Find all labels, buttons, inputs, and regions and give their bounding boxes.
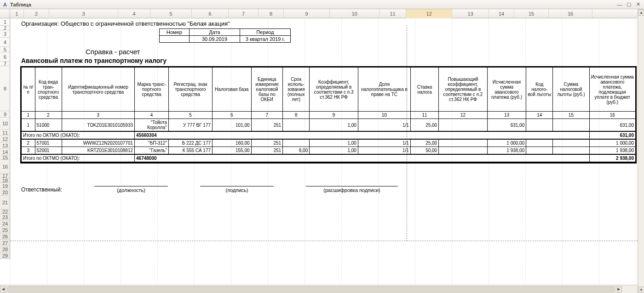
- close-button[interactable]: ✕: [634, 1, 642, 8]
- col-num: 9: [310, 112, 358, 119]
- col-head[interactable]: 11: [380, 9, 406, 18]
- row-head[interactable]: 29: [0, 253, 10, 259]
- col-head[interactable]: 5: [150, 9, 192, 18]
- col-head[interactable]: 8: [259, 9, 284, 18]
- sig-cap-position: (должность): [94, 187, 168, 193]
- col-head[interactable]: 10: [330, 9, 380, 18]
- row-head[interactable]: 24: [0, 220, 10, 227]
- table-row: 2 57001 WWWZ12N2020107701 "БП-312" Б 222…: [22, 139, 636, 147]
- col-header: Единица измерения налоговой базы по ОКЕИ: [251, 68, 283, 112]
- cell: 1: [22, 119, 35, 132]
- col-head[interactable]: 7: [229, 9, 259, 18]
- scroll-thumb[interactable]: [7, 286, 615, 293]
- cell: 2: [22, 139, 35, 147]
- cell: "Газель": [135, 147, 169, 155]
- row-head[interactable]: 12: [0, 136, 10, 142]
- row-head[interactable]: 2: [0, 26, 10, 30]
- row-head[interactable]: 26: [0, 233, 10, 240]
- scroll-down-button[interactable]: ▼: [638, 287, 644, 293]
- col-head[interactable]: 1: [10, 9, 24, 18]
- sheet[interactable]: Организация: Общество с ограниченной отв…: [10, 18, 638, 285]
- row-head[interactable]: 19: [0, 183, 10, 189]
- scroll-left-button[interactable]: ◀: [0, 286, 6, 293]
- cell: [553, 147, 589, 155]
- col-head[interactable]: 14: [489, 9, 514, 18]
- row-head[interactable]: 3: [0, 30, 10, 38]
- col-header: Коэффициент, определяемый в соответствии…: [310, 68, 358, 112]
- cell: [526, 147, 553, 155]
- col-header: Сумма налоговой льготы (руб.): [553, 68, 589, 112]
- cell: 631,00: [589, 119, 635, 132]
- col-head[interactable]: 3: [49, 9, 118, 18]
- col-head[interactable]: 16: [549, 9, 592, 18]
- cell: 51000: [35, 119, 62, 132]
- maximize-button[interactable]: ▢: [625, 1, 633, 8]
- cell: 52001: [35, 147, 62, 155]
- col-num: 6: [213, 112, 251, 119]
- col-header: Ставка налога: [410, 68, 438, 112]
- col-num: 11: [410, 112, 438, 119]
- row-head[interactable]: 25: [0, 227, 10, 233]
- row-head[interactable]: 7: [0, 62, 10, 66]
- hdr-number-label: Номер: [160, 29, 190, 36]
- row-head[interactable]: 18: [0, 178, 10, 183]
- cell: 1/1: [358, 119, 410, 132]
- scroll-up-button[interactable]: ▲: [638, 9, 644, 16]
- col-head[interactable]: 12: [406, 9, 452, 18]
- row-head[interactable]: 22: [0, 209, 10, 214]
- col-head[interactable]: 4: [118, 9, 150, 18]
- cell: [553, 119, 589, 132]
- cell: 3: [22, 147, 35, 155]
- cell: 160,00: [213, 139, 251, 147]
- scroll-right-button[interactable]: ▶: [615, 286, 622, 293]
- sig-line-position: [94, 179, 168, 186]
- col-head[interactable]: 9: [284, 9, 330, 18]
- col-head[interactable]: 6: [192, 9, 229, 18]
- col-head[interactable]: 13: [452, 9, 489, 18]
- minimize-button[interactable]: —: [615, 1, 624, 8]
- subtotal-row: Итого по ОКТМО (ОКАТО): 46748000 2 938,0…: [22, 154, 636, 162]
- col-head[interactable]: 15: [514, 9, 549, 18]
- sig-cap-signature: (подпись): [200, 187, 274, 193]
- responsible-label: Ответственный:: [21, 186, 62, 193]
- row-head[interactable]: 28: [0, 246, 10, 253]
- main-table: № п/п Код вида тран-спортного средства И…: [21, 67, 636, 163]
- row-head[interactable]: 9: [0, 111, 10, 118]
- cell: WWWZ12N2020107701: [62, 139, 134, 147]
- row-head[interactable]: 21: [0, 196, 10, 209]
- row-head[interactable]: 8: [0, 66, 10, 111]
- cell: 1 000,00: [589, 139, 635, 147]
- col-header: Идентификационный номер транспортного ср…: [62, 68, 134, 112]
- horizontal-scrollbar[interactable]: ◀ ▶: [0, 285, 638, 293]
- cell: 1 000,00: [487, 139, 526, 147]
- subtotal-due: 2 938,00: [589, 154, 635, 162]
- subtotal-oktmo: 46748000: [135, 154, 589, 162]
- row-head[interactable]: 6: [0, 52, 10, 62]
- cell: 8,00: [283, 147, 310, 155]
- subtotal-row: Итого по ОКТМО (ОКАТО): 45660304 631,00: [22, 131, 636, 139]
- cell: [283, 119, 310, 132]
- row-head[interactable]: 16: [0, 160, 10, 174]
- row-head[interactable]: 10: [0, 118, 10, 130]
- window-title: Таблица: [10, 2, 615, 7]
- row-head[interactable]: 23: [0, 214, 10, 220]
- org-line: Организация: Общество с ограниченной отв…: [21, 18, 628, 28]
- row-head[interactable]: 5: [0, 47, 10, 52]
- row-head[interactable]: 27: [0, 240, 10, 246]
- col-head[interactable]: 2: [24, 9, 49, 18]
- col-header: Марка транс-портного средства: [135, 68, 169, 112]
- cell: 25,00: [410, 119, 438, 132]
- col-num: 13: [487, 112, 526, 119]
- vertical-scrollbar[interactable]: ▲ ▼: [638, 9, 644, 293]
- cell: 631,00: [487, 119, 526, 132]
- col-header: № п/п: [22, 68, 35, 112]
- cell: 1 938,00: [589, 147, 635, 155]
- cell: [439, 139, 488, 147]
- titlebar: A Таблица — ▢ ✕: [0, 0, 644, 9]
- row-head[interactable]: 11: [0, 130, 10, 136]
- row-head[interactable]: 15: [0, 155, 10, 160]
- row-head[interactable]: 20: [0, 189, 10, 196]
- cell: 25,00: [410, 139, 438, 147]
- row-head[interactable]: 13: [0, 142, 10, 149]
- row-head[interactable]: 4: [0, 38, 10, 47]
